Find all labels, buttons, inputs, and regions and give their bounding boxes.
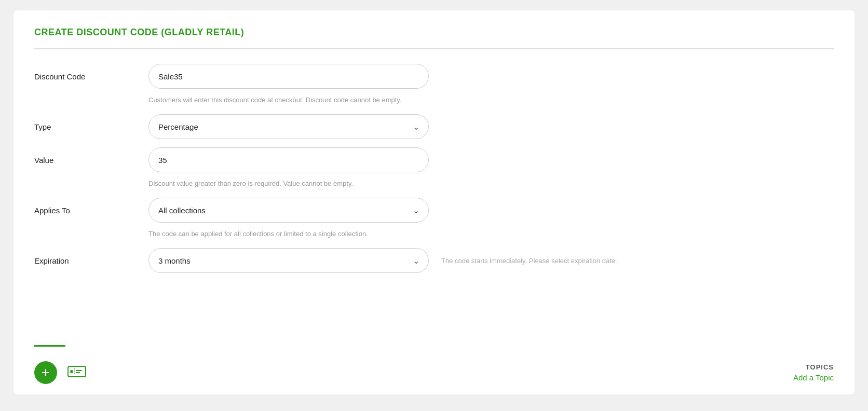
page-title: CREATE DISCOUNT CODE (GLADLY RETAIL) <box>34 27 834 49</box>
applies-to-control: All collections Single collection ⌄ <box>148 198 429 223</box>
expiration-control: 1 month 2 months 3 months 6 months 1 yea… <box>148 248 429 273</box>
add-topic-link[interactable]: Add a Topic <box>793 373 834 382</box>
type-row: Type Percentage Fixed Amount ⌄ <box>34 114 834 139</box>
bottom-left: + <box>34 361 86 384</box>
form-card: CREATE DISCOUNT CODE (GLADLY RETAIL) Dis… <box>13 10 855 394</box>
add-button[interactable]: + <box>34 361 57 384</box>
discount-code-hint: Customers will enter this discount code … <box>148 96 834 104</box>
type-label: Type <box>34 122 148 131</box>
expiration-select[interactable]: 1 month 2 months 3 months 6 months 1 yea… <box>148 248 429 273</box>
plus-icon: + <box>42 365 50 380</box>
svg-point-1 <box>70 370 73 373</box>
page-container: CREATE DISCOUNT CODE (GLADLY RETAIL) Dis… <box>0 0 868 411</box>
discount-code-input[interactable] <box>148 64 429 89</box>
svg-rect-3 <box>76 370 82 371</box>
bottom-divider <box>34 345 65 347</box>
ticket-icon <box>67 364 86 381</box>
discount-code-control <box>148 64 429 89</box>
bottom-right: TOPICS Add a Topic <box>793 363 834 382</box>
type-select[interactable]: Percentage Fixed Amount <box>148 114 429 139</box>
value-label: Value <box>34 156 148 165</box>
expiration-hint: The code starts immediately. Please sele… <box>441 257 617 265</box>
value-input[interactable] <box>148 147 429 172</box>
value-hint: Discount value greater than zero is requ… <box>148 180 834 187</box>
expiration-row: Expiration 1 month 2 months 3 months 6 m… <box>34 248 834 273</box>
discount-code-label: Discount Code <box>34 72 148 81</box>
value-row: Value <box>34 147 834 172</box>
topics-label: TOPICS <box>806 363 834 371</box>
discount-code-row: Discount Code <box>34 64 834 89</box>
svg-rect-4 <box>76 372 80 373</box>
type-control: Percentage Fixed Amount ⌄ <box>148 114 429 139</box>
applies-to-row: Applies To All collections Single collec… <box>34 198 834 223</box>
form-body: Discount Code Customers will enter this … <box>34 64 834 335</box>
form-bottom-bar: + TOPICS Add a Topic <box>34 353 834 394</box>
applies-to-label: Applies To <box>34 206 148 215</box>
applies-to-hint: The code can be applied for all collecti… <box>148 230 834 238</box>
applies-to-select[interactable]: All collections Single collection <box>148 198 429 223</box>
expiration-label: Expiration <box>34 256 148 265</box>
value-control <box>148 147 429 172</box>
